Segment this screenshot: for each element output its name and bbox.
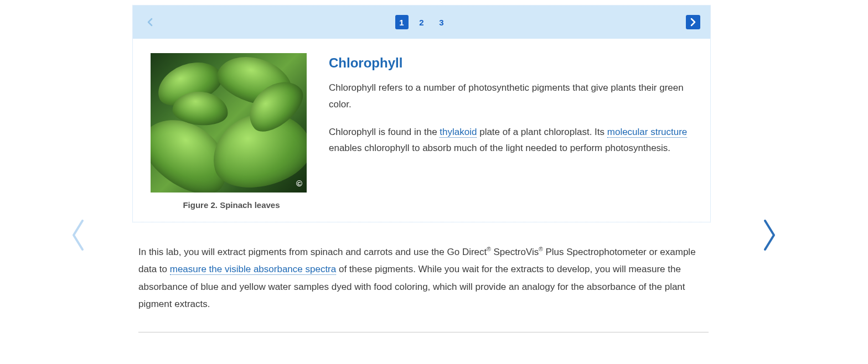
card-pager-bar: 1 2 3 <box>133 6 710 39</box>
card-paragraph-2: Chlorophyll is found in the thylakoid pl… <box>329 124 693 157</box>
registered-mark-2: ® <box>539 246 542 252</box>
card-prev-button[interactable] <box>143 15 157 29</box>
card-body: © Figure 2. Spinach leaves Chlorophyll C… <box>133 39 710 222</box>
below-seg-1: In this lab, you will extract pigments f… <box>138 247 487 257</box>
para2-text-c: enables chlorophyll to absorb much of th… <box>329 143 670 153</box>
pager-page-2[interactable]: 2 <box>415 15 428 29</box>
para2-text-b: plate of a plant chloroplast. Its <box>477 127 607 137</box>
card-pager: 1 2 3 <box>395 15 448 29</box>
figure-column: © Figure 2. Spinach leaves <box>151 53 312 210</box>
term-link-thylakoid[interactable]: thylakoid <box>440 127 477 138</box>
page-prev-arrow[interactable] <box>69 219 87 254</box>
term-link-molecular-structure[interactable]: molecular structure <box>607 127 688 138</box>
card-next-button[interactable] <box>686 15 700 29</box>
card-title: Chlorophyll <box>329 55 693 71</box>
lab-intro-paragraph: In this lab, you will extract pigments f… <box>138 243 709 313</box>
figure-caption: Figure 2. Spinach leaves <box>151 200 312 210</box>
registered-mark-1: ® <box>487 246 490 252</box>
page-next-arrow[interactable] <box>761 219 778 254</box>
pager-page-1[interactable]: 1 <box>395 15 409 29</box>
para2-text-a: Chlorophyll is found in the <box>329 127 440 137</box>
section-divider <box>138 332 709 332</box>
pager-page-3[interactable]: 3 <box>435 15 448 29</box>
below-seg-2: SpectroVis <box>491 247 539 257</box>
info-card: 1 2 3 © Figure 2. Spinach leaves Chlorop… <box>132 5 711 222</box>
figure-image-spinach: © <box>151 53 307 193</box>
content-column: Chlorophyll Chlorophyll refers to a numb… <box>329 53 693 210</box>
term-link-measure-spectra[interactable]: measure the visible absorbance spectra <box>170 264 337 275</box>
copyright-icon: © <box>296 179 302 188</box>
card-paragraph-1: Chlorophyll refers to a number of photos… <box>329 80 693 113</box>
